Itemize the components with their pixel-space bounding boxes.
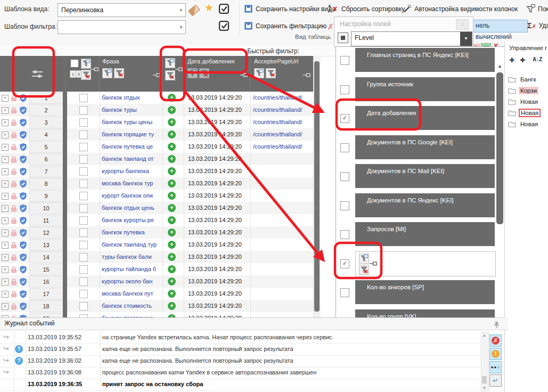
add-icon[interactable]: + (168, 118, 176, 126)
field-list-item[interactable]: Главных страниц в ПС Яндекс [KEI] (355, 48, 495, 72)
phrase-cell[interactable]: курорты бангкока (102, 168, 161, 174)
add-icon[interactable]: + (168, 290, 176, 298)
phrase-cell[interactable]: бангкок курорты ря (102, 217, 161, 223)
expand-icon[interactable]: + (2, 266, 9, 273)
table-row[interactable]: + 16 курорты около бан + 13.03.2019 14:2… (0, 275, 313, 288)
expand-icon[interactable]: + (2, 168, 9, 175)
field-item-checkbox[interactable]: ✓ (340, 114, 349, 123)
log-filter-errors-button[interactable]: ✗ (489, 334, 502, 347)
add-group-icon[interactable]: ✚. (509, 56, 516, 64)
add-icon[interactable]: + (168, 265, 176, 273)
filter-edit-icon[interactable] (165, 58, 175, 68)
table-row[interactable]: + 19 бангкок программа + 13.03.2019 14:2… (0, 312, 313, 317)
group-tree-item[interactable]: Новая (508, 119, 539, 129)
scrollbar-thumb[interactable] (496, 72, 503, 224)
acceptor-url-cell[interactable]: /countries/thailand/ (253, 107, 312, 113)
phrase-cell[interactable]: москва бангкок пут (102, 290, 161, 297)
table-row[interactable]: + 11 бангкок курорты ря + 13.03.2019 14:… (0, 214, 313, 227)
add-icon[interactable]: + (168, 277, 176, 285)
delete-button[interactable]: Σ✗ Уда (527, 21, 548, 30)
add-icon[interactable]: + (168, 94, 176, 102)
column-header-select[interactable]: 1 0 (67, 56, 100, 92)
row-checkbox[interactable] (79, 192, 88, 200)
filter-clear-icon[interactable] (266, 68, 276, 78)
table-row[interactable]: + 14 туры бангкок бали + 13.03.2019 14:2… (0, 251, 313, 264)
row-checkbox[interactable] (79, 290, 88, 298)
column-header-acceptor-url[interactable]: AcceptorPageUrl (250, 56, 313, 92)
sort-az-icon[interactable]: A↕Z (533, 56, 542, 62)
auto-columns-button[interactable]: Автонастройка видимости колонок (403, 4, 518, 13)
acceptor-url-cell[interactable]: /countries/thailand/ (253, 94, 312, 101)
phrase-cell[interactable]: бангкок таиланд от (102, 156, 161, 162)
scroll-up-icon[interactable]: ▲ (496, 62, 504, 70)
table-row[interactable]: + 15 курорты тайланда б + 13.03.2019 14:… (0, 263, 313, 276)
expand-icon[interactable]: + (2, 156, 9, 163)
phrase-cell[interactable]: курорты тайланда б (102, 266, 161, 272)
row-checkbox[interactable] (79, 106, 88, 115)
field-list-item[interactable]: Документов в ПС Google [KEI] (355, 135, 495, 159)
add-icon[interactable]: + (168, 192, 176, 200)
expand-icon[interactable]: + (2, 254, 9, 261)
phrase-cell[interactable]: курорты около бан (102, 278, 161, 284)
phrase-cell[interactable]: бангкок путевка це (102, 143, 161, 150)
field-list-item[interactable]: Документов в ПС Mail [KEI] (355, 164, 495, 188)
view-template-combo[interactable]: Перелинковка ▾ (58, 3, 186, 17)
row-checkbox[interactable] (79, 277, 88, 286)
log-filter-info-button[interactable]: ●●○ (489, 361, 502, 373)
row-checkbox[interactable] (79, 94, 88, 102)
add-icon[interactable]: + (168, 143, 176, 151)
table-row[interactable]: + 2 бангкок туры + 13.03.2019 14:29:20 /… (0, 104, 313, 117)
save-filtering-button[interactable]: Сохранить фильтрацию (244, 21, 326, 30)
expand-icon[interactable]: + (2, 303, 9, 310)
grid-vertical-scrollbar[interactable] (313, 56, 321, 317)
row-checkbox[interactable] (79, 118, 88, 127)
row-checkbox[interactable] (79, 241, 88, 249)
add-icon[interactable]: + (168, 204, 176, 212)
expand-icon[interactable]: + (2, 230, 9, 236)
filter-clear-icon[interactable] (165, 70, 175, 80)
scrollbar-thumb[interactable] (314, 61, 320, 312)
filter-clear-icon[interactable] (81, 70, 91, 80)
row-checkbox[interactable] (79, 216, 88, 225)
expand-icon[interactable]: + (2, 144, 9, 151)
select-all-checkbox[interactable] (71, 60, 78, 67)
close-icon[interactable]: x (456, 19, 469, 30)
expand-icon[interactable]: + (2, 217, 9, 224)
table-row[interactable]: + 18 бангкок стоимость + 13.03.2019 14:2… (0, 300, 313, 313)
chevron-down-icon[interactable]: ▾ (460, 32, 472, 46)
filter-edit-icon[interactable] (81, 59, 91, 69)
phrase-cell[interactable]: туры бангкок бали (102, 254, 161, 260)
add-icon[interactable]: + (168, 253, 176, 261)
expand-icon[interactable]: + (2, 181, 9, 187)
table-row[interactable]: + 9 курорт бангкок опи + 13.03.2019 14:2… (0, 190, 313, 202)
phrase-cell[interactable]: бангкок отдых (102, 94, 161, 101)
filter-clear-icon[interactable] (199, 68, 209, 78)
expand-icon[interactable]: + (2, 242, 9, 249)
log-scrollbar[interactable]: ▲ ▼ (481, 332, 489, 391)
field-list-item[interactable]: Запросов [MI] (355, 222, 495, 246)
scroll-up-icon[interactable]: ▲ (481, 333, 487, 338)
group-tree-item[interactable]: Новая (508, 97, 539, 107)
phrase-cell[interactable]: бангкок таиланд тур (102, 241, 161, 248)
field-item-checkbox[interactable]: ✓ (340, 259, 349, 268)
add-icon[interactable]: + (168, 302, 176, 310)
expand-icon[interactable]: + (2, 291, 9, 298)
clear-filter-icon[interactable]: ✗ (327, 22, 334, 32)
add-subgroup-icon[interactable]: ✚˙ (520, 56, 527, 64)
indeterminate-checkbox-icon[interactable] (338, 32, 348, 43)
field-item-checkbox[interactable] (340, 201, 349, 210)
expand-icon[interactable]: + (2, 107, 9, 114)
group-tree-item[interactable]: Новая (508, 108, 541, 118)
expand-icon[interactable]: + (2, 205, 9, 212)
log-entry-row[interactable]: ↪ ? 13.03.2019 19:35:57 капча еще не рас… (0, 344, 480, 356)
add-icon[interactable]: + (168, 167, 176, 175)
frozen-column-splitter[interactable] (63, 56, 67, 317)
row-checkbox[interactable] (79, 302, 88, 311)
row-checkbox[interactable] (79, 228, 88, 237)
add-icon[interactable]: + (168, 130, 176, 138)
table-row[interactable]: + 8 москва бангкок тур + 13.03.2019 14:2… (0, 177, 313, 190)
table-row[interactable]: + 12 бангкок путевка + 13.03.2019 14:29:… (0, 226, 313, 239)
log-entry-row[interactable]: ↪ ? 13.03.2019 19:36:08 процесс распозна… (0, 367, 480, 379)
field-item-checkbox[interactable] (340, 85, 349, 94)
phrase-cell[interactable]: курорт бангкок опи (102, 192, 161, 199)
